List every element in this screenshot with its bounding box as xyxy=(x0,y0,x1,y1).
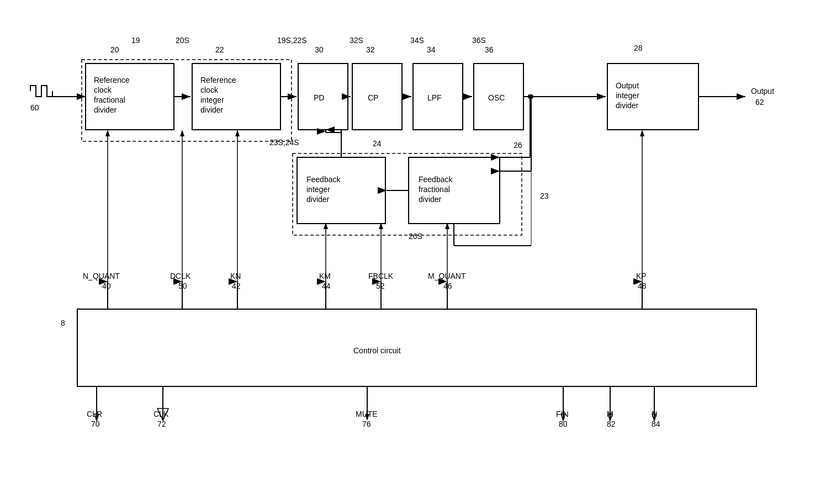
fb-frac-label: Feedback xyxy=(419,175,453,184)
label-fin: FIN xyxy=(556,410,569,418)
ref-int-label4: divider xyxy=(200,105,224,114)
label-23s24s: 23S,24S xyxy=(269,138,299,147)
fb-int-label2: integer xyxy=(306,185,330,194)
label-40: 40 xyxy=(102,282,111,290)
label-20s: 20S xyxy=(176,36,189,45)
label-n-quant: N_QUANT xyxy=(83,272,120,280)
label-36s: 36S xyxy=(472,36,486,45)
label-60: 60 xyxy=(30,103,39,112)
out-int-label: Output xyxy=(616,81,639,90)
cp-label: CP xyxy=(368,93,378,102)
ref-int-label: Reference xyxy=(200,76,236,84)
label-kn: KN xyxy=(230,272,241,280)
label-28: 28 xyxy=(634,44,643,52)
label-8: 8 xyxy=(61,319,65,327)
out-int-label3: divider xyxy=(616,101,639,110)
fb-int-label: Feedback xyxy=(306,175,341,184)
ref-frac-label3: fractional xyxy=(94,96,125,104)
output-62: 62 xyxy=(755,98,764,107)
label-dclk: DCLK xyxy=(170,272,191,280)
ref-int-label2: clock xyxy=(200,86,219,94)
label-26s: 26S xyxy=(409,232,422,241)
label-82: 82 xyxy=(607,420,616,428)
label-46: 46 xyxy=(443,282,452,290)
label-30: 30 xyxy=(315,45,324,54)
label-24: 24 xyxy=(373,139,382,148)
label-44: 44 xyxy=(322,282,331,290)
label-50: 50 xyxy=(178,282,187,290)
label-76: 76 xyxy=(362,420,371,428)
label-70: 70 xyxy=(91,420,100,428)
label-32s: 32S xyxy=(350,36,363,45)
label-34: 34 xyxy=(427,45,436,54)
label-19s22s: 19S,22S xyxy=(277,36,307,45)
output-label: Output xyxy=(751,87,774,96)
label-clk: CLK xyxy=(154,410,169,418)
label-26: 26 xyxy=(514,141,522,150)
fb-frac-label2: fractional xyxy=(419,185,450,194)
ref-frac-label: Reference xyxy=(94,76,130,84)
label-19: 19 xyxy=(131,36,140,45)
label-22: 22 xyxy=(215,45,224,54)
out-int-label2: integer xyxy=(616,91,639,100)
label-32: 32 xyxy=(366,45,375,54)
label-23: 23 xyxy=(540,192,549,200)
ref-int-label3: integer xyxy=(200,96,224,104)
label-42: 42 xyxy=(232,282,241,290)
label-84: 84 xyxy=(652,420,660,428)
ref-frac-label2: clock xyxy=(94,86,112,94)
label-clr: CLR xyxy=(87,410,102,418)
label-mute: MUTE xyxy=(356,410,378,418)
circuit-diagram: 60 Reference clock fractional divider Re… xyxy=(0,0,831,504)
label-kp: KP xyxy=(636,272,647,280)
label-20: 20 xyxy=(110,45,119,54)
label-36: 36 xyxy=(485,45,494,54)
fb-int-label3: divider xyxy=(306,195,330,204)
pd-label: PD xyxy=(314,93,324,102)
lpf-label: LPF xyxy=(427,93,442,102)
osc-label: OSC xyxy=(488,93,505,102)
control-circuit-label: Control circuit xyxy=(353,346,401,355)
label-72: 72 xyxy=(157,420,166,428)
label-km: KM xyxy=(319,272,331,280)
label-34s: 34S xyxy=(410,36,424,45)
ref-frac-label4: divider xyxy=(94,105,117,114)
fb-frac-label3: divider xyxy=(419,195,442,204)
label-n: N xyxy=(652,410,657,418)
label-52: 52 xyxy=(376,282,385,290)
label-80: 80 xyxy=(559,420,568,428)
label-m: M xyxy=(607,410,613,418)
